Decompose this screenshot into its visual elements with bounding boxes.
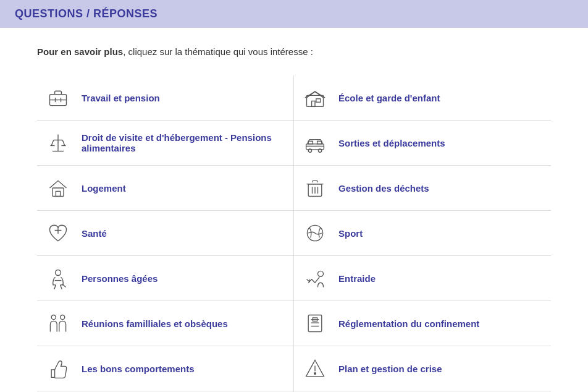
topic-item-plan[interactable]: Plan et gestion de crise [294, 346, 551, 391]
thumb-icon [44, 355, 72, 382]
svg-point-31 [61, 315, 65, 320]
topic-label-reglementation: Réglementation du confinement [338, 318, 479, 329]
topic-item-comportements[interactable]: Les bons comportements [37, 346, 294, 391]
header-bar: QUESTIONS / RÉPONSES [0, 0, 588, 28]
svg-point-38 [314, 373, 316, 375]
topic-item-droit[interactable]: Droit de visite et d'hébergement - Pensi… [37, 121, 294, 166]
topics-grid: Travail et pension École et garde d'enfa… [37, 75, 551, 392]
svg-point-28 [56, 270, 61, 276]
topic-item-personnes[interactable]: Personnes âgées [37, 256, 294, 301]
car-icon [301, 129, 329, 156]
svg-point-29 [318, 271, 324, 276]
topic-label-droit: Droit de visite et d'hébergement - Pensi… [82, 132, 286, 153]
topic-label-sante: Santé [82, 228, 107, 239]
intro-rest: , cliquez sur la thématique qui vous int… [123, 46, 313, 57]
entraide-icon [301, 265, 329, 292]
main-content: Pour en savoir plus, cliquez sur la thém… [0, 28, 588, 392]
topic-item-travail[interactable]: Travail et pension [37, 75, 294, 121]
topic-label-travail: Travail et pension [82, 93, 160, 103]
school-icon [301, 84, 329, 111]
intro-text: Pour en savoir plus, cliquez sur la thém… [37, 46, 551, 57]
topic-item-ecole[interactable]: École et garde d'enfant [294, 75, 551, 121]
topic-label-sport: Sport [338, 228, 363, 239]
alert-icon [301, 355, 329, 382]
topic-label-sorties: Sorties et déplacements [338, 138, 445, 148]
topic-label-comportements: Les bons comportements [82, 364, 195, 374]
elderly-icon [44, 265, 72, 292]
topic-item-sorties[interactable]: Sorties et déplacements [294, 121, 551, 166]
svg-rect-5 [312, 101, 315, 106]
topic-item-sport[interactable]: Sport [294, 211, 551, 256]
svg-rect-18 [52, 188, 64, 197]
svg-rect-6 [316, 99, 321, 102]
svg-rect-16 [308, 141, 313, 144]
page-title: QUESTIONS / RÉPONSES [15, 7, 573, 20]
svg-point-30 [51, 315, 56, 320]
rules-icon [301, 310, 329, 337]
topic-item-reunions[interactable]: Réunions familliales et obsèques [37, 301, 294, 346]
justice-icon [44, 129, 72, 156]
trash-icon [301, 174, 329, 202]
home-icon [44, 174, 72, 202]
sport-icon [301, 219, 329, 247]
svg-rect-17 [317, 141, 322, 144]
svg-rect-12 [306, 144, 324, 150]
topic-item-logement[interactable]: Logement [37, 166, 294, 211]
topic-item-sante[interactable]: Santé [37, 211, 294, 256]
svg-rect-19 [56, 191, 60, 196]
work-icon [44, 84, 72, 111]
topic-label-plan: Plan et gestion de crise [338, 364, 442, 374]
health-icon [44, 219, 72, 247]
topic-item-reglementation[interactable]: Réglementation du confinement [294, 301, 551, 346]
topic-item-entraide[interactable]: Entraide [294, 256, 551, 301]
intro-bold: Pour en savoir plus [37, 46, 123, 57]
topic-label-logement: Logement [82, 183, 126, 194]
topic-label-reunions: Réunions familliales et obsèques [82, 318, 228, 329]
topic-label-ecole: École et garde d'enfant [338, 93, 440, 103]
topic-label-entraide: Entraide [338, 273, 376, 284]
family-icon [44, 310, 72, 337]
topic-item-dechets[interactable]: Gestion des déchets [294, 166, 551, 211]
topic-label-dechets: Gestion des déchets [338, 183, 429, 194]
topic-label-personnes: Personnes âgées [82, 273, 158, 284]
